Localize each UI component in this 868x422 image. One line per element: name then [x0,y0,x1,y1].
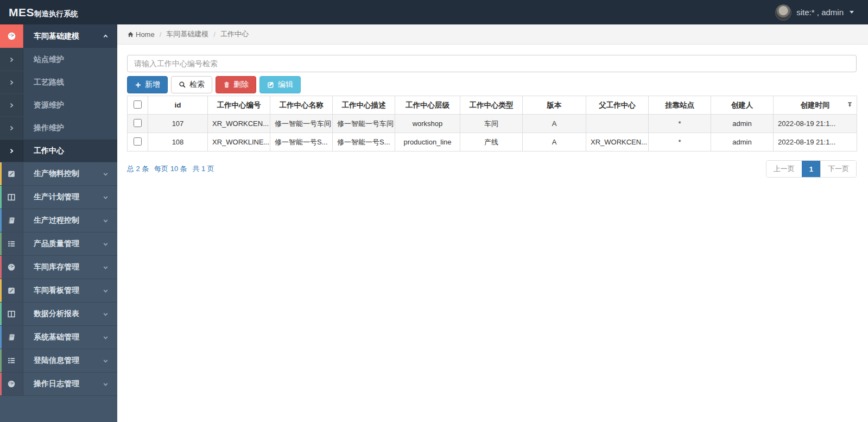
delete-button[interactable]: 删除 [216,76,256,93]
sidebar-group-label: 产品质量管理 [34,239,79,249]
cell-station: * [649,133,711,152]
select-all-checkbox[interactable] [134,100,142,109]
sidebar-item-label: 工作中心 [34,146,64,156]
sidebar-group-process-control[interactable]: 生产过程控制 [0,209,117,232]
summary-per-page: 每页 10 条 [154,165,187,173]
sidebar-item-label: 操作维护 [34,123,64,133]
breadcrumb-separator: / [160,30,162,39]
prev-page-button[interactable]: 上一页 [766,161,802,177]
cell-level: production_line [395,133,460,152]
chevron-down-icon [102,241,117,248]
chevron-up-icon [102,33,117,40]
sidebar-item-work-center[interactable]: 工作中心 [0,140,117,162]
cell-created-time: 2022-08-19 21:1... [774,133,857,152]
sidebar-group-kanban-management[interactable]: 车间看板管理 [0,279,117,303]
cell-station: * [649,115,711,133]
cell-parent [586,115,649,133]
dashboard-icon [0,24,23,48]
sidebar-group-label: 操作日志管理 [34,379,79,389]
row-checkbox[interactable] [134,119,142,127]
sidebar-item-label: 资源维护 [34,100,64,110]
table-row[interactable]: 107 XR_WORKCEN... 修一智能一号车间 修一智能一号车间 work… [128,115,857,133]
sidebar-group-label: 生产过程控制 [34,216,79,225]
column-header-name: 工作中心名称 [270,96,333,115]
breadcrumb-level2: 工作中心 [220,29,249,39]
sidebar-item-site-maintenance[interactable]: 站点维护 [0,48,117,71]
color-strip [0,303,2,325]
cell-version: A [523,115,586,133]
cell-level: workshop [395,115,460,133]
user-label: site:* , admin [796,8,844,17]
chevron-down-icon [102,171,117,178]
sidebar-group-operation-logs[interactable]: 操作日志管理 [0,373,117,396]
sidebar-group-label: 数据分析报表 [34,309,79,319]
column-header-version: 版本 [523,96,586,115]
row-checkbox[interactable] [134,137,142,146]
sidebar: 车间基础建模 站点维护 工艺路线 资源维护 操作维护 工作中心 生产物料控制 [0,24,117,422]
app-logo-suffix: 制造执行系统 [34,9,78,19]
sidebar-item-process-route[interactable]: 工艺路线 [0,71,117,94]
search-input[interactable] [127,55,857,72]
sidebar-group-label: 车间库存管理 [34,262,79,272]
table-row[interactable]: 108 XR_WORKLINE... 修一智能一号S... 修一智能一号S...… [128,133,857,152]
pencil-square-icon [0,162,23,185]
sidebar-item-operation-maintenance[interactable]: 操作维护 [0,117,117,140]
list-icon [0,349,23,372]
cell-description: 修一智能一号车间 [333,115,395,133]
chevron-down-icon [102,287,117,294]
cell-creator: admin [711,133,774,152]
edit-button[interactable]: 编辑 [259,76,301,93]
cell-name: 修一智能一号车间 [270,115,333,133]
cell-parent: XR_WORKCEN... [586,133,649,152]
sidebar-group-label: 登陆信息管理 [34,356,79,366]
page-1-button[interactable]: 1 [802,161,820,177]
chevron-right-icon [0,71,23,93]
add-button[interactable]: 新增 [127,76,168,93]
chevron-right-icon [0,140,23,162]
sidebar-group-material-control[interactable]: 生产物料控制 [0,162,117,186]
search-icon [179,81,186,89]
home-icon [127,31,134,38]
breadcrumb-home-link[interactable]: Home [127,30,155,39]
page-body: 新增 检索 删除 编辑 [117,45,868,178]
search-button[interactable]: 检索 [171,76,212,93]
sidebar-group-workshop-modeling[interactable]: 车间基础建模 [0,24,117,48]
column-header-station: 挂靠站点 [649,96,711,115]
sidebar-group-inventory-management[interactable]: 车间库存管理 [0,256,117,279]
cell-type: 产线 [460,133,523,152]
breadcrumb: Home / 车间基础建模 / 工作中心 [117,24,868,45]
sidebar-group-quality-management[interactable]: 产品质量管理 [0,232,117,256]
sidebar-item-resource-maintenance[interactable]: 资源维护 [0,94,117,117]
color-strip [0,326,2,349]
cell-code: XR_WORKCEN... [208,115,270,133]
sidebar-group-label: 生产计划管理 [34,192,79,202]
user-menu[interactable]: site:* , admin [775,4,868,21]
color-strip [0,279,2,302]
work-center-table: id 工作中心编号 工作中心名称 工作中心描述 工作中心层级 工作中心类型 版本… [127,96,857,152]
chevron-down-icon [102,357,117,364]
pencil-square-icon [0,279,23,302]
color-strip [0,186,2,209]
user-avatar[interactable] [775,4,791,21]
columns-icon [0,303,23,325]
chevron-down-icon [102,334,117,341]
table-footer: 总 2 条 每页 10 条 共 1 页 上一页 1 下一页 [127,160,857,178]
next-page-button[interactable]: 下一页 [820,161,856,177]
sidebar-group-login-info[interactable]: 登陆信息管理 [0,349,117,373]
sidebar-item-label: 工艺路线 [34,78,64,87]
sidebar-group-system-management[interactable]: 系统基础管理 [0,326,117,349]
breadcrumb-level1[interactable]: 车间基础建模 [166,29,208,39]
chevron-down-icon [102,264,117,271]
select-all-cell [128,96,148,115]
chevron-right-icon [0,94,23,116]
pin-icon[interactable] [847,101,853,109]
book-icon [0,326,23,349]
app-logo-acronym: MES [9,6,34,19]
sidebar-group-analytics-reports[interactable]: 数据分析报表 [0,303,117,326]
color-strip [0,349,2,372]
color-strip [0,162,2,185]
chevron-right-icon [0,48,23,71]
summary-total: 总 2 条 [127,165,149,173]
sidebar-group-production-plan[interactable]: 生产计划管理 [0,186,117,209]
sidebar-group-label: 车间基础建模 [23,24,117,48]
